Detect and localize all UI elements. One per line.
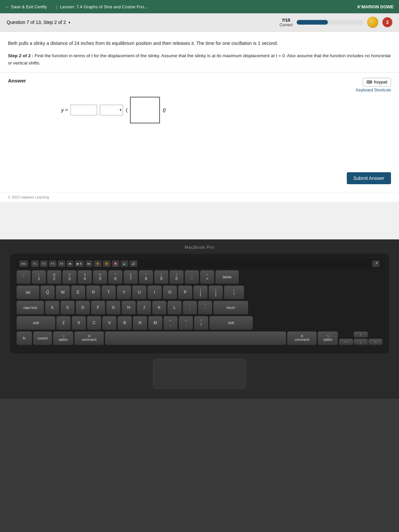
key-e[interactable]: E: [71, 286, 85, 300]
key-o[interactable]: O: [163, 286, 177, 300]
key-z[interactable]: Z: [57, 316, 70, 330]
key-command-right[interactable]: ⌘ command: [287, 332, 317, 345]
key-slash[interactable]: ?/: [194, 316, 208, 330]
key-s[interactable]: S: [61, 301, 74, 315]
key-fn[interactable]: fn: [17, 332, 32, 345]
key-3[interactable]: #3: [63, 270, 76, 284]
key-f[interactable]: F: [91, 301, 105, 315]
key-backtick[interactable]: ~`: [17, 270, 31, 284]
touch-f4[interactable]: F4: [58, 260, 66, 267]
key-option-left[interactable]: ⌥ option: [53, 332, 73, 345]
touch-bar-controls: F1 F2 F3 F4 ⏮ ▶⏸ ⏭ 🔅 🔆 🔇 🔉 🔊: [31, 260, 137, 267]
key-0[interactable]: )0: [170, 270, 184, 284]
key-shift-right[interactable]: shift: [209, 316, 253, 330]
key-x[interactable]: X: [72, 316, 86, 330]
touch-brightness-up[interactable]: 🔆: [103, 260, 110, 267]
touch-f3[interactable]: F3: [49, 260, 57, 267]
keyboard: esc F1 F2 F3 F4 ⏮ ▶⏸ ⏭ 🔅 🔆 🔇 🔉 🔊 🎤 ~`: [10, 254, 389, 353]
keypad-button[interactable]: ⌨ Keypad: [363, 78, 391, 86]
dropdown-chevron: ▾: [120, 108, 121, 112]
key-minus[interactable]: _−: [185, 270, 199, 284]
key-m[interactable]: M: [148, 316, 162, 330]
touch-vol-down[interactable]: 🔉: [121, 260, 128, 267]
math-y-equals: y =: [61, 107, 68, 113]
score-fraction: 7/15: [282, 18, 290, 23]
key-j[interactable]: J: [137, 301, 151, 315]
key-4[interactable]: $4: [78, 270, 92, 284]
key-equals[interactable]: +=: [200, 270, 214, 284]
key-bracket-open[interactable]: {[: [194, 286, 207, 300]
question-content: Beth pulls a slinky a distance of 24 inc…: [0, 32, 399, 72]
key-a[interactable]: A: [45, 301, 59, 315]
key-q[interactable]: Q: [41, 286, 55, 300]
save-exit-link[interactable]: ← Save & Exit Certify: [5, 4, 47, 9]
key-t[interactable]: T: [102, 286, 116, 300]
key-k[interactable]: K: [152, 301, 166, 315]
touch-vol-up[interactable]: 🔊: [130, 260, 137, 267]
touch-siri[interactable]: 🎤: [372, 260, 380, 267]
key-y[interactable]: Y: [117, 286, 131, 300]
touch-f2[interactable]: F2: [40, 260, 48, 267]
key-delete[interactable]: delete: [215, 270, 239, 284]
key-arrow-down[interactable]: ↓: [354, 339, 368, 345]
bottom-row: fn control ⌥ option ⌘ command ⌘ command …: [17, 332, 382, 345]
key-tab[interactable]: tab: [17, 286, 39, 300]
progress-bar: [297, 20, 363, 25]
key-5[interactable]: %5: [93, 270, 107, 284]
key-v[interactable]: V: [102, 316, 116, 330]
key-option-right[interactable]: ⌥ option: [318, 332, 338, 345]
key-1[interactable]: !1: [32, 270, 46, 284]
coin-icon: [367, 17, 378, 28]
key-control[interactable]: control: [33, 332, 52, 345]
key-b[interactable]: B: [118, 316, 132, 330]
key-9[interactable]: (9: [154, 270, 168, 284]
math-input-row: y = ▾ ( t): [61, 97, 391, 123]
key-r[interactable]: R: [86, 286, 100, 300]
key-7[interactable]: &7: [124, 270, 138, 284]
key-bracket-close[interactable]: }]: [209, 286, 223, 300]
key-arrow-up[interactable]: ↑: [354, 332, 368, 338]
dropdown-icon[interactable]: ▾: [68, 21, 70, 24]
key-6[interactable]: ^6: [108, 270, 122, 284]
badge-count: 3: [382, 17, 392, 27]
key-g[interactable]: G: [106, 301, 120, 315]
touch-brightness-down[interactable]: 🔅: [94, 260, 101, 267]
key-h[interactable]: H: [122, 301, 136, 315]
key-capslock[interactable]: caps lock: [17, 301, 44, 315]
key-l[interactable]: L: [168, 301, 182, 315]
math-function-dropdown[interactable]: ▾: [100, 105, 123, 115]
key-return[interactable]: return: [213, 301, 248, 315]
key-p[interactable]: P: [178, 286, 192, 300]
key-i[interactable]: I: [148, 286, 162, 300]
key-period[interactable]: >.: [179, 316, 193, 330]
escape-touch-btn[interactable]: esc: [19, 260, 28, 267]
key-n[interactable]: N: [133, 316, 147, 330]
key-shift-left[interactable]: shift: [17, 316, 55, 330]
trackpad[interactable]: [153, 359, 246, 389]
top-bar: ← Save & Exit Certify | Lesson: 7.4 Grap…: [0, 0, 399, 13]
math-coefficient-input[interactable]: [70, 105, 97, 115]
key-comma[interactable]: <,: [164, 316, 178, 330]
touch-mute[interactable]: 🔇: [112, 260, 119, 267]
touch-fastforward[interactable]: ⏭: [85, 260, 92, 267]
key-backslash[interactable]: |\: [224, 286, 244, 300]
key-8[interactable]: *8: [139, 270, 153, 284]
key-arrow-left[interactable]: ←: [339, 339, 353, 345]
key-space[interactable]: [105, 332, 286, 345]
key-d[interactable]: D: [76, 301, 90, 315]
key-c[interactable]: C: [87, 316, 101, 330]
key-semicolon[interactable]: :;: [183, 301, 197, 315]
keypad-icon: ⌨: [366, 80, 372, 84]
submit-answer-button[interactable]: Submit Answer: [347, 172, 391, 184]
key-command-left[interactable]: ⌘ command: [74, 332, 104, 345]
key-quote[interactable]: "': [198, 301, 212, 315]
key-w[interactable]: W: [56, 286, 70, 300]
key-u[interactable]: U: [132, 286, 146, 300]
touch-rewind[interactable]: ⏮: [66, 260, 73, 267]
touch-playpause[interactable]: ▶⏸: [75, 260, 84, 267]
key-arrow-right[interactable]: →: [368, 339, 382, 345]
math-fraction-box[interactable]: [130, 97, 160, 123]
touch-f1[interactable]: F1: [31, 260, 39, 267]
key-2[interactable]: @2: [47, 270, 61, 284]
keyboard-shortcuts-link[interactable]: Keyboard Shortcuts: [356, 88, 391, 92]
